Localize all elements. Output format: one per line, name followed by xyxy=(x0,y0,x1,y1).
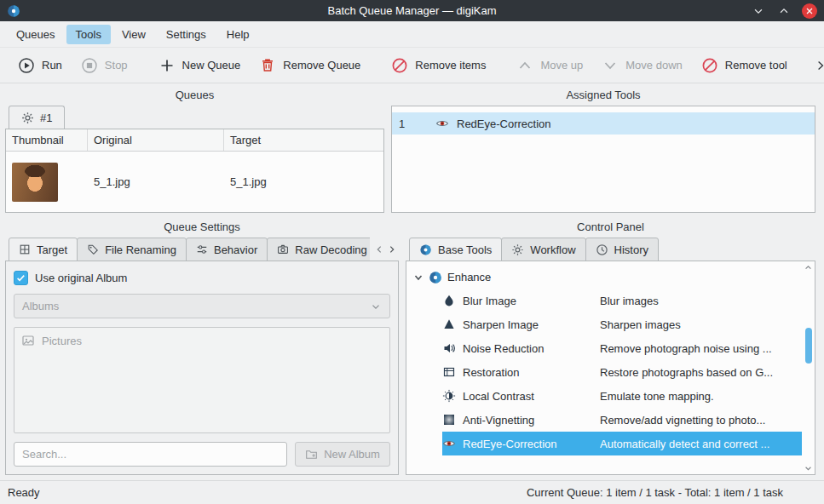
digikam-icon xyxy=(419,243,432,256)
queue-settings-tabs: Target File Renaming Behavior Raw D xyxy=(9,238,370,261)
tree-scrollbar[interactable] xyxy=(802,261,815,474)
menu-help[interactable]: Help xyxy=(217,25,259,44)
grid-icon xyxy=(19,243,31,255)
base-tools-tree: Enhance Blur Image Blur images Sharpen I… xyxy=(406,261,815,475)
scroll-down-icon xyxy=(804,464,813,472)
new-album-button[interactable]: New Album xyxy=(295,442,390,467)
use-original-album-checkbox[interactable] xyxy=(14,271,28,285)
scrollbar-track[interactable] xyxy=(802,272,815,464)
item-thumbnail xyxy=(12,163,58,202)
new-queue-button[interactable]: New Queue xyxy=(149,51,251,80)
menu-settings[interactable]: Settings xyxy=(157,25,216,44)
check-icon xyxy=(15,272,26,284)
albums-dropdown[interactable]: Albums xyxy=(14,294,390,318)
vignette-icon xyxy=(442,413,456,427)
close-button[interactable] xyxy=(802,3,817,19)
tab-file-renaming[interactable]: File Renaming xyxy=(77,238,187,261)
sliders-icon xyxy=(196,243,208,255)
tool-name: Anti-Vignetting xyxy=(463,414,593,427)
tool-row-anti-vignetting[interactable]: Anti-Vignetting Remove/add vignetting to… xyxy=(442,408,802,432)
search-input[interactable] xyxy=(14,442,287,467)
tree-group-enhance[interactable]: Enhance xyxy=(406,266,802,289)
sharpen-icon xyxy=(442,318,456,331)
tool-row-sharpen-image[interactable]: Sharpen Image Sharpen images xyxy=(442,312,802,336)
column-header-target[interactable]: Target xyxy=(224,129,383,151)
tree-group-label: Enhance xyxy=(447,271,491,284)
assigned-tool-index: 1 xyxy=(399,117,428,130)
trash-icon xyxy=(259,57,276,74)
queues-panel: Queues #1 Thumbnail Original Target xyxy=(5,86,384,213)
control-panel: Control Panel Base Tools Workflow xyxy=(406,218,815,475)
digikam-app-icon xyxy=(7,4,20,18)
tab-raw-decoding[interactable]: Raw Decoding xyxy=(267,238,370,261)
remove-items-button[interactable]: Remove items xyxy=(382,51,495,80)
column-header-original[interactable]: Original xyxy=(88,129,224,151)
queue-tab-1[interactable]: #1 xyxy=(9,106,65,129)
tool-row-blur-image[interactable]: Blur Image Blur images xyxy=(442,289,802,312)
picture-icon xyxy=(21,334,35,347)
menu-queues[interactable]: Queues xyxy=(7,25,65,44)
queue-settings-content: Use original Album Albums Pictures xyxy=(5,261,399,475)
tab-scroll-left-button[interactable] xyxy=(373,241,384,258)
scroll-up-icon xyxy=(804,263,813,272)
tab-workflow[interactable]: Workflow xyxy=(501,238,585,261)
album-list: Pictures xyxy=(14,327,390,433)
tab-scroll-right-button[interactable] xyxy=(386,241,397,258)
tab-behavior[interactable]: Behavior xyxy=(186,238,268,261)
tab-history-label: History xyxy=(614,243,648,256)
tool-description: Blur images xyxy=(600,295,659,307)
assigned-tool-row[interactable]: 1 RedEye-Correction xyxy=(392,112,815,135)
window-controls xyxy=(751,3,817,19)
tool-row-restoration[interactable]: Restoration Restore photographs based on… xyxy=(442,360,802,384)
chevron-right-icon xyxy=(388,245,396,254)
menu-view[interactable]: View xyxy=(112,25,155,44)
statusbar: Ready Current Queue: 1 item / 1 task - T… xyxy=(0,480,824,504)
remove-tool-button[interactable]: Remove tool xyxy=(692,51,797,80)
stop-button[interactable]: Stop xyxy=(72,51,137,80)
queue-table-header: Thumbnail Original Target xyxy=(6,129,383,152)
assigned-tool-name: RedEye-Correction xyxy=(457,117,551,130)
tab-target[interactable]: Target xyxy=(9,238,78,261)
maximize-button[interactable] xyxy=(776,3,792,19)
queue-tab-strip: #1 xyxy=(5,106,384,129)
titlebar[interactable]: Batch Queue Manager — digiKam xyxy=(0,0,824,21)
queue-item-row[interactable]: 5_1.jpg 5_1.jpg xyxy=(6,152,383,212)
speaker-icon xyxy=(442,341,456,355)
tab-target-label: Target xyxy=(37,243,67,256)
chevron-up-icon xyxy=(778,5,790,17)
close-icon xyxy=(804,6,815,16)
tool-name: Noise Reduction xyxy=(463,342,593,355)
plus-icon xyxy=(158,57,176,74)
tool-row-local-contrast[interactable]: Local Contrast Emulate tone mapping. xyxy=(442,384,802,408)
use-original-album-label: Use original Album xyxy=(35,272,127,284)
tool-row-redeye-correction[interactable]: RedEye-Correction Automatically detect a… xyxy=(442,432,802,455)
album-item-pictures[interactable]: Pictures xyxy=(18,332,386,349)
contrast-icon xyxy=(442,389,456,403)
expander-icon xyxy=(413,272,424,283)
queue-settings-tabbar: Target File Renaming Behavior Raw D xyxy=(5,238,399,261)
tab-workflow-label: Workflow xyxy=(530,243,575,256)
column-header-thumbnail[interactable]: Thumbnail xyxy=(6,129,88,151)
queue-tab-label: #1 xyxy=(40,112,52,124)
remove-queue-button[interactable]: Remove Queue xyxy=(250,51,370,80)
tool-name: Restoration xyxy=(463,366,593,379)
stop-label: Stop xyxy=(105,59,128,72)
move-up-button[interactable]: Move up xyxy=(507,51,592,80)
chevron-right-icon xyxy=(814,59,824,72)
move-down-button[interactable]: Move down xyxy=(592,51,691,80)
queue-settings-panel: Queue Settings Target File Renaming xyxy=(5,218,399,475)
run-label: Run xyxy=(42,59,62,72)
tool-name: Local Contrast xyxy=(463,390,593,403)
camera-icon xyxy=(277,243,289,255)
menu-tools[interactable]: Tools xyxy=(66,25,111,44)
run-button[interactable]: Run xyxy=(9,51,72,80)
queues-panel-title: Queues xyxy=(5,86,384,106)
scrollbar-thumb[interactable] xyxy=(805,328,812,364)
tab-base-tools[interactable]: Base Tools xyxy=(409,238,502,261)
tag-icon xyxy=(87,243,99,255)
tab-history[interactable]: History xyxy=(585,238,659,261)
shade-button[interactable] xyxy=(751,3,766,19)
tool-row-noise-reduction[interactable]: Noise Reduction Remove photograph noise … xyxy=(442,336,802,360)
toolbar-overflow-button[interactable] xyxy=(809,54,824,77)
red-eye-icon xyxy=(442,437,456,450)
